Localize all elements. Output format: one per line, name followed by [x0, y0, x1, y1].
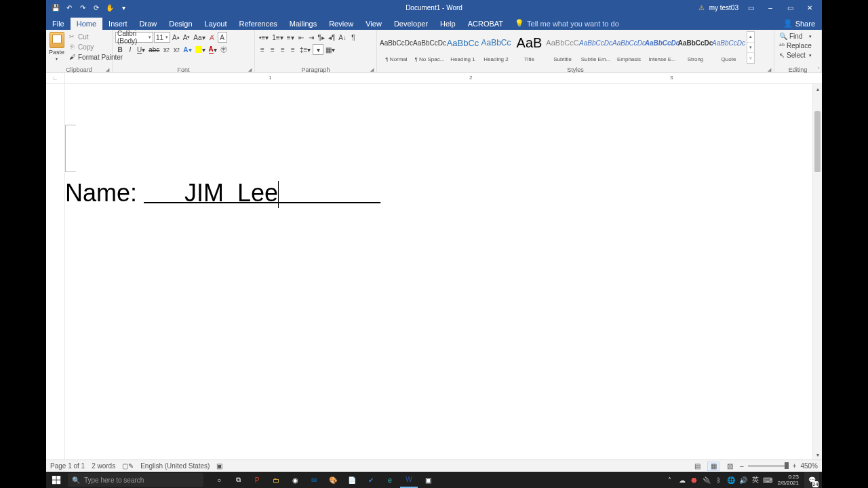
enclose-characters-button[interactable]: ㊥: [219, 44, 229, 55]
macro-status-icon[interactable]: ▣: [216, 462, 222, 470]
zoom-slider-thumb[interactable]: [785, 462, 789, 469]
scroll-thumb[interactable]: [814, 111, 821, 172]
taskbar-search[interactable]: 🔍 Type here to search: [68, 473, 203, 487]
styles-dialog-launcher[interactable]: ◢: [768, 67, 773, 73]
outlook-icon[interactable]: ✉: [305, 472, 323, 488]
volume-icon[interactable]: 🔊: [738, 475, 748, 485]
bluetooth-icon[interactable]: ᛒ: [714, 475, 724, 485]
paragraph-dialog-launcher[interactable]: ◢: [370, 67, 376, 73]
increase-indent-button[interactable]: ⇥: [307, 32, 316, 43]
onedrive-icon[interactable]: ☁: [677, 475, 687, 485]
strikethrough-button[interactable]: abc: [147, 44, 161, 55]
font-dialog-launcher[interactable]: ◢: [248, 67, 254, 73]
save-icon[interactable]: 💾: [51, 3, 60, 12]
decrease-indent-button[interactable]: ⇤: [296, 32, 306, 43]
styles-gallery[interactable]: AaBbCcDc¶ NormalAaBbCcDc¶ No Spac...AaBb…: [380, 31, 745, 65]
ime-indicator[interactable]: 英: [751, 475, 760, 485]
style--no-spac-[interactable]: AaBbCcDc¶ No Spac...: [413, 32, 446, 64]
align-center-button[interactable]: ≡: [268, 44, 277, 55]
tab-review[interactable]: Review: [323, 18, 359, 30]
grow-font-button[interactable]: A▴: [171, 32, 181, 43]
tell-me-search[interactable]: 💡 Tell me what you want to do: [509, 17, 625, 30]
paste-button[interactable]: Paste ▾: [49, 31, 64, 61]
collapse-ribbon-button[interactable]: ˄: [817, 66, 821, 73]
bold-button[interactable]: B: [115, 44, 125, 55]
start-button[interactable]: [46, 472, 66, 488]
scroll-up-icon[interactable]: ▴: [813, 84, 822, 94]
todo-icon[interactable]: ✔: [362, 472, 380, 488]
document-text[interactable]: Name: JIM Lee: [65, 179, 380, 208]
touch-mode-icon[interactable]: ✋: [105, 3, 115, 12]
undo-icon[interactable]: ↶: [64, 3, 74, 12]
notepad-icon[interactable]: 📄: [343, 472, 361, 488]
superscript-button[interactable]: x2: [172, 44, 181, 55]
file-explorer-icon[interactable]: 🗀: [267, 472, 285, 488]
text-effects-button[interactable]: A▾: [182, 44, 193, 55]
zoom-slider[interactable]: [748, 465, 789, 467]
tab-selector[interactable]: ∟: [46, 73, 65, 83]
word-icon[interactable]: W: [400, 472, 418, 488]
task-view-icon[interactable]: ⧉: [229, 472, 247, 488]
sort-button[interactable]: A↓: [337, 32, 348, 43]
vertical-ruler[interactable]: [46, 84, 65, 460]
numbering-button[interactable]: 1≡▾: [271, 32, 284, 43]
spellcheck-status-icon[interactable]: ▢✎: [122, 462, 134, 470]
close-button[interactable]: ✕: [802, 0, 817, 15]
web-layout-button[interactable]: ▨: [724, 462, 736, 471]
ribbon-display-options-button[interactable]: ▭: [743, 0, 758, 15]
paint-icon[interactable]: 🎨: [324, 472, 342, 488]
page-number-status[interactable]: Page 1 of 1: [50, 462, 85, 470]
gallery-expand-icon[interactable]: ▿: [747, 53, 754, 63]
warning-icon[interactable]: ⚠: [698, 4, 705, 12]
tab-draw[interactable]: Draw: [134, 18, 163, 30]
style-heading-2[interactable]: AaBbCcHeading 2: [479, 32, 513, 64]
edge-icon[interactable]: e: [381, 472, 399, 488]
tab-acrobat[interactable]: ACROBAT: [462, 18, 509, 30]
gallery-row-down-icon[interactable]: ▾: [747, 43, 754, 54]
subscript-button[interactable]: x2: [161, 44, 171, 55]
shrink-font-button[interactable]: A▾: [182, 32, 192, 43]
italic-button[interactable]: I: [125, 44, 135, 55]
scroll-down-icon[interactable]: ▾: [813, 450, 822, 460]
tab-references[interactable]: References: [233, 18, 283, 30]
align-right-button[interactable]: ≡: [278, 44, 288, 55]
clock[interactable]: 0:23 2/8/2021: [775, 474, 802, 486]
style-quote[interactable]: AaBbCcDcQuote: [712, 32, 745, 64]
align-left-button[interactable]: ≡: [258, 44, 267, 55]
ime-mode-icon[interactable]: ⌨: [763, 475, 772, 485]
replace-button[interactable]: ᵃᵇReplace: [777, 41, 814, 50]
maximize-button[interactable]: ▭: [783, 0, 797, 15]
font-size-combo[interactable]: 11▾: [154, 32, 170, 43]
styles-gallery-more[interactable]: ▴ ▾ ▿: [747, 31, 755, 64]
style-emphasis[interactable]: AaBbCcDcEmphasis: [612, 32, 646, 64]
style-subtle-em-[interactable]: AaBbCcDcSubtle Em...: [579, 32, 612, 64]
tab-view[interactable]: View: [359, 18, 388, 30]
print-layout-button[interactable]: ▦: [707, 462, 719, 471]
tray-overflow-icon[interactable]: ˄: [665, 475, 675, 485]
style-heading-1[interactable]: AaBbCcHeading 1: [446, 32, 479, 64]
power-icon[interactable]: 🔌: [702, 475, 711, 485]
line-spacing-button[interactable]: ‡≡▾: [298, 44, 312, 55]
tab-design[interactable]: Design: [163, 18, 198, 30]
cortana-icon[interactable]: ○: [210, 472, 228, 488]
highlight-button[interactable]: ▾: [194, 44, 207, 55]
chevron-down-icon[interactable]: ▾: [164, 35, 168, 40]
style--normal[interactable]: AaBbCcDc¶ Normal: [380, 32, 413, 64]
chevron-down-icon[interactable]: ▾: [147, 35, 151, 40]
shading-button[interactable]: ▾: [313, 44, 323, 55]
read-mode-button[interactable]: ▤: [691, 462, 703, 471]
borders-button[interactable]: ▦▾: [324, 44, 336, 55]
font-name-combo[interactable]: Calibri (Body)▾: [115, 32, 153, 43]
style-intense-e-[interactable]: AaBbCcDcIntense E...: [646, 32, 679, 64]
tab-developer[interactable]: Developer: [388, 18, 434, 30]
document-page[interactable]: Name: JIM Lee: [65, 84, 812, 460]
zoom-in-button[interactable]: +: [793, 462, 797, 470]
underline-button[interactable]: U▾: [136, 44, 146, 55]
security-icon[interactable]: ⬣: [690, 475, 699, 485]
action-center-button[interactable]: 💬 24: [804, 472, 819, 488]
powerpoint-icon[interactable]: P: [248, 472, 266, 488]
zoom-out-button[interactable]: –: [740, 462, 744, 470]
zoom-level[interactable]: 450%: [800, 462, 818, 470]
character-border-button[interactable]: A: [218, 32, 227, 43]
clipboard-dialog-launcher[interactable]: ◢: [106, 67, 111, 73]
